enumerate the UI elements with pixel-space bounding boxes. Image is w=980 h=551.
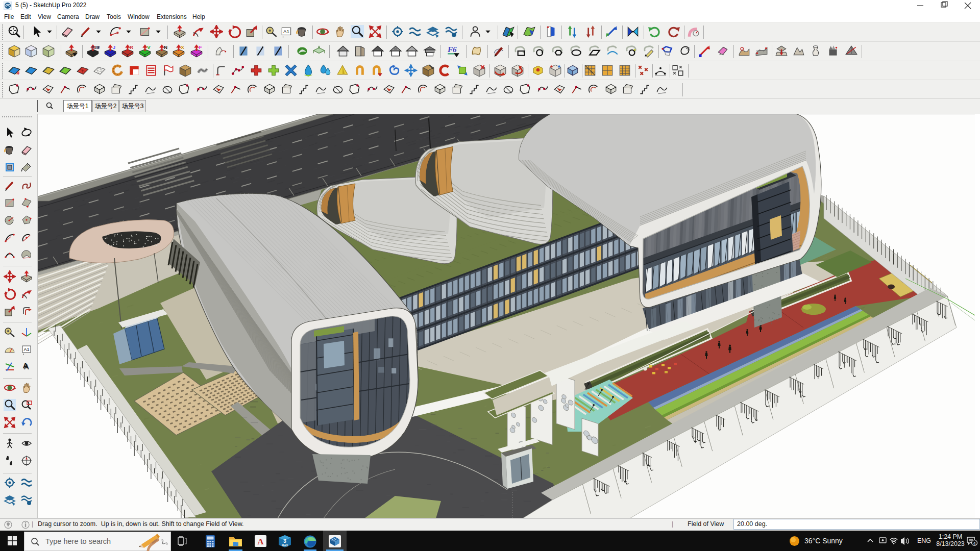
svg-text:4: 4 <box>973 541 976 546</box>
svg-text:A: A <box>23 361 29 370</box>
svg-text:A: A <box>257 537 264 546</box>
svg-text:=: = <box>97 44 100 50</box>
svg-text:V: V <box>147 44 151 50</box>
svg-text:F: F <box>199 44 202 50</box>
svg-text:N: N <box>164 44 167 50</box>
svg-text:#: # <box>16 70 19 76</box>
svg-text:J: J <box>113 44 115 50</box>
svg-text:R: R <box>130 44 133 50</box>
svg-text:A1: A1 <box>283 29 289 34</box>
svg-text:MAX: MAX <box>282 544 288 547</box>
svg-text:3: 3 <box>283 538 286 544</box>
svg-text:A1: A1 <box>23 347 29 352</box>
svg-text:F6: F6 <box>447 45 457 54</box>
svg-text:X: X <box>181 44 184 50</box>
